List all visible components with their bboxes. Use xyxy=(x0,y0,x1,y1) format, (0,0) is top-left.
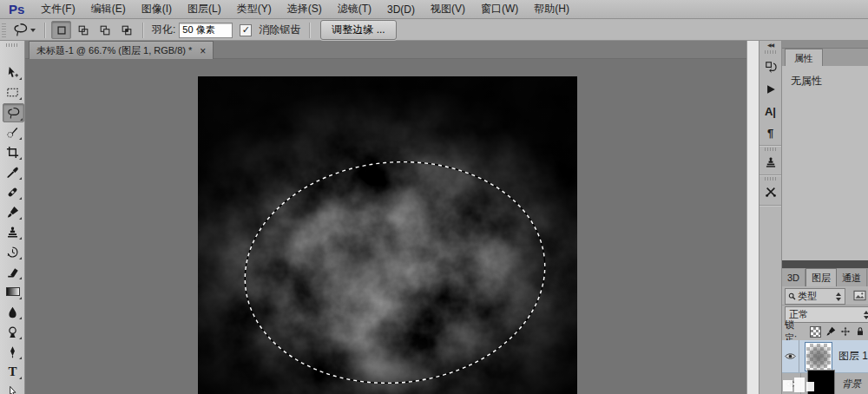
layer1-name[interactable]: 图层 1 xyxy=(838,349,868,364)
type-tool-icon: T xyxy=(8,365,16,378)
document-tab-close-icon[interactable]: × xyxy=(200,46,206,56)
crop-tool-icon xyxy=(6,146,19,159)
tool-presets-panel-button[interactable] xyxy=(761,183,779,200)
tool-eraser[interactable] xyxy=(3,263,23,280)
eyedropper-tool-icon xyxy=(6,166,19,179)
history-panel-button[interactable] xyxy=(761,58,779,76)
document-tab[interactable]: 未标题-1 @ 66.7% (图层 1, RGB/8) * × xyxy=(29,41,214,60)
menu-file[interactable]: 文件(F) xyxy=(33,2,82,16)
tool-move[interactable] xyxy=(3,63,23,81)
tool-clone-stamp[interactable] xyxy=(3,223,23,240)
subtract-selection-mode-button[interactable] xyxy=(95,21,115,39)
panel-icon-dock: ◀◀ A| ¶ xyxy=(759,41,781,394)
paragraph-icon: ¶ xyxy=(767,127,773,140)
lock-position-icon[interactable] xyxy=(840,326,851,337)
tool-preset-dropdown-arrow-icon[interactable] xyxy=(30,29,36,32)
blur-tool-icon xyxy=(6,305,19,318)
lasso-tool-icon xyxy=(7,107,20,120)
tool-rectangular-marquee[interactable] xyxy=(3,83,23,101)
add-to-selection-mode-button[interactable] xyxy=(73,21,93,39)
tool-gradient[interactable] xyxy=(3,283,23,300)
no-properties-text: 无属性 xyxy=(791,75,822,87)
layers-tab-bar: 3D 图层 通道 xyxy=(782,268,868,286)
background-name[interactable]: 背景 xyxy=(842,378,861,391)
feather-label: 羽化: xyxy=(152,23,175,37)
tab-layers[interactable]: 图层 xyxy=(806,268,837,286)
history-brush-tool-icon xyxy=(6,246,19,259)
tool-spot-healing-brush[interactable] xyxy=(3,183,23,200)
tool-lasso[interactable] xyxy=(3,103,24,122)
photoshop-logo: Ps xyxy=(9,2,24,16)
tool-options-bar: 羽化: ✓ 消除锯齿 调整边缘 ... xyxy=(0,20,868,41)
menu-image[interactable]: 图像(I) xyxy=(134,2,180,16)
menu-layer[interactable]: 图层(L) xyxy=(180,2,229,16)
clone-source-panel-button[interactable] xyxy=(761,154,779,171)
tool-quick-selection[interactable] xyxy=(3,123,23,141)
brush-tool-icon xyxy=(6,206,19,219)
document-tab-title: 未标题-1 @ 66.7% (图层 1, RGB/8) * xyxy=(36,44,192,57)
quick-selection-tool-icon xyxy=(6,126,19,139)
new-selection-icon xyxy=(56,24,68,36)
filter-pixel-layers-icon[interactable] xyxy=(853,290,866,301)
layer1-thumbnail[interactable] xyxy=(806,343,832,371)
canvas[interactable] xyxy=(198,76,577,394)
options-separator xyxy=(44,23,45,38)
tool-dodge[interactable] xyxy=(3,323,23,340)
feather-input[interactable] xyxy=(179,23,233,38)
dock-separator xyxy=(760,174,781,175)
lock-all-icon[interactable] xyxy=(855,326,865,337)
layer-row-layer1[interactable]: 图层 1 xyxy=(782,340,868,373)
menu-window[interactable]: 窗口(W) xyxy=(473,2,526,16)
active-tool-lasso-button[interactable] xyxy=(10,22,39,38)
subtract-selection-icon xyxy=(99,24,111,36)
tool-history-brush[interactable] xyxy=(3,243,23,260)
tool-brush[interactable] xyxy=(3,203,23,220)
lock-transparency-icon[interactable] xyxy=(810,326,821,338)
actions-panel-button[interactable] xyxy=(761,81,779,98)
dock-gripper xyxy=(765,177,777,181)
antialias-label: 消除锯齿 xyxy=(259,23,300,37)
dock-gripper xyxy=(765,148,777,151)
filter-kind-dropdown[interactable]: 类型 xyxy=(785,288,845,305)
marching-ants-selection xyxy=(198,76,577,394)
gradient-tool-icon xyxy=(6,287,20,296)
healing-brush-tool-icon xyxy=(6,186,19,199)
dropdown-stepper-icon xyxy=(836,292,842,301)
tab-properties[interactable]: 属性 xyxy=(785,49,823,67)
menu-filter[interactable]: 滤镜(T) xyxy=(330,2,379,16)
menu-bar: Ps 文件(F) 编辑(E) 图像(I) 图层(L) 类型(Y) 选择(S) 滤… xyxy=(0,0,868,19)
intersect-selection-mode-button[interactable] xyxy=(116,21,136,39)
new-selection-mode-button[interactable] xyxy=(51,21,71,39)
clone-stamp-tool-icon xyxy=(6,226,19,239)
eraser-tool-icon xyxy=(6,266,19,279)
antialias-checkbox[interactable]: ✓ xyxy=(240,24,252,36)
menu-help[interactable]: 帮助(H) xyxy=(526,2,577,16)
menu-view[interactable]: 视图(V) xyxy=(423,2,473,16)
tool-crop[interactable] xyxy=(3,143,23,161)
properties-tab-bar: 属性 xyxy=(782,49,868,66)
tool-blur[interactable] xyxy=(3,303,23,320)
lasso-icon xyxy=(13,23,28,37)
add-selection-icon xyxy=(77,24,89,36)
character-panel-button[interactable]: A| xyxy=(761,102,779,120)
menu-type[interactable]: 类型(Y) xyxy=(229,2,279,16)
move-tool-icon xyxy=(6,66,19,79)
paragraph-panel-button[interactable]: ¶ xyxy=(761,124,779,141)
marquee-tool-icon xyxy=(6,86,19,99)
collapsed-panel-divider xyxy=(782,260,868,268)
collapse-dock-chevrons-icon[interactable]: ◀◀ xyxy=(760,42,781,48)
menu-select[interactable]: 选择(S) xyxy=(279,2,330,16)
menu-edit[interactable]: 编辑(E) xyxy=(83,2,134,16)
tab-channels[interactable]: 通道 xyxy=(837,269,867,286)
layer1-visibility-toggle[interactable] xyxy=(782,340,799,372)
layer-filter-row: 类型 xyxy=(782,286,868,305)
refine-edge-button[interactable]: 调整边缘 ... xyxy=(320,20,396,40)
tool-eyedropper[interactable] xyxy=(3,163,23,181)
lock-pixels-brush-icon[interactable] xyxy=(825,326,836,337)
tool-horizontal-type[interactable]: T xyxy=(3,363,23,380)
menu-3d[interactable]: 3D(D) xyxy=(379,3,423,16)
tool-pen[interactable] xyxy=(3,343,23,360)
tab-3d[interactable]: 3D xyxy=(782,269,806,286)
tool-path-selection[interactable] xyxy=(3,383,23,394)
dropdown-stepper-icon xyxy=(864,311,868,319)
